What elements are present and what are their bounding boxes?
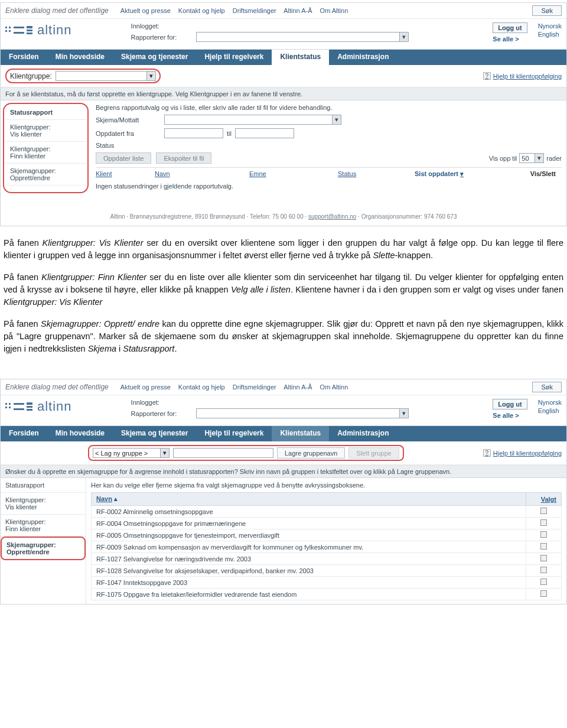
lang-english[interactable]: English: [538, 31, 559, 38]
logged-in-label: Innlogget:: [131, 22, 196, 30]
chevron-down-icon: ▾: [535, 154, 543, 162]
footer: Altinn · Brønnøysundregistrene, 8910 Brø…: [1, 196, 566, 226]
lang-switch-2: Nynorsk English: [538, 399, 562, 415]
to-input[interactable]: [235, 128, 294, 138]
content-intro: Begrens rapportutvalg og vis i liste, el…: [96, 104, 562, 111]
tab2-forsiden[interactable]: Forsiden: [1, 426, 47, 441]
tab-klientstatus[interactable]: Klientstatus: [272, 50, 329, 65]
rows-prefix: Vis opp til: [489, 155, 517, 162]
logout-button[interactable]: Logg ut: [493, 22, 527, 33]
svg-rect-3: [9, 30, 11, 32]
nav2-atoa[interactable]: Altinn A-Å: [284, 384, 312, 391]
oppdatert-label: Oppdatert fra: [96, 130, 161, 137]
svg-rect-16: [27, 406, 32, 408]
empty-msg: Ingen statusendringer i gjeldende rappor…: [96, 180, 562, 192]
update-list-button[interactable]: Oppdater liste: [96, 152, 151, 164]
reporting-select[interactable]: ▾: [196, 32, 409, 42]
checkbox[interactable]: [540, 578, 547, 585]
sort-indicator-icon: ▾: [460, 170, 464, 177]
tab2-admin[interactable]: Administrasjon: [329, 426, 397, 441]
nav2-aktuelt[interactable]: Aktuelt og presse: [120, 384, 171, 391]
lang-nynorsk[interactable]: Nynorsk: [538, 22, 562, 30]
col-sist[interactable]: Sist oppdatert ▾: [415, 170, 497, 178]
tab2-klientstatus[interactable]: Klientstatus: [272, 426, 329, 441]
top-nav: Aktuelt og presse Kontakt og hjelp Drift…: [120, 7, 354, 14]
side2-klientgrupper-1[interactable]: Klientgrupper: Vis klienter: [1, 493, 86, 515]
footer-mail[interactable]: support@altinn.no: [308, 213, 356, 220]
svg-rect-2: [5, 30, 7, 32]
svg-rect-0: [5, 27, 7, 28]
lang-nynorsk-2[interactable]: Nynorsk: [538, 399, 562, 406]
highlight-newgroup: < Lag ny gruppe >▾ Lagre gruppenavn Slet…: [88, 445, 404, 461]
checkbox[interactable]: [540, 555, 547, 561]
lang-english-2[interactable]: English: [538, 407, 559, 414]
newgroup-select[interactable]: < Lag ny gruppe >▾: [93, 448, 170, 458]
see-all-link[interactable]: Se alle >: [493, 35, 519, 43]
tab-admin[interactable]: Administrasjon: [329, 50, 397, 65]
search-button-2[interactable]: Søk: [532, 382, 562, 392]
side-klientgrupper-2[interactable]: Klientgrupper: Finn klienter: [5, 142, 86, 164]
top-bar: Enklere dialog med det offentlige Aktuel…: [1, 3, 566, 19]
tab2-hjelp[interactable]: Hjelp til regelverk: [196, 426, 272, 441]
tab2-minhovedside[interactable]: Min hovedside: [47, 426, 113, 441]
reporting-label: Rapporterer for:: [131, 34, 196, 41]
side-skjemagrupper[interactable]: Skjemagrupper: Opprett/endre: [5, 164, 86, 186]
delete-group-button[interactable]: Slett gruppe: [348, 447, 399, 459]
side2-skjemagrupper-highlighted[interactable]: Skjemagrupper: Opprett/endre: [1, 537, 86, 560]
export-button[interactable]: Ekspoiter til fil: [156, 152, 211, 164]
svg-rect-15: [27, 402, 32, 405]
sub-bar-2: < Lag ny gruppe >▾ Lagre gruppenavn Slet…: [1, 441, 566, 465]
row-skjema: Skjema/Mottatt ▾: [96, 115, 562, 125]
col-status[interactable]: Status: [338, 170, 415, 178]
see-all-link-2[interactable]: Se alle >: [493, 412, 519, 419]
nav2-drift[interactable]: Driftsmeldinger: [233, 384, 276, 391]
tab2-skjema[interactable]: Skjema og tjenester: [113, 426, 196, 441]
help-link-2[interactable]: ? Hjelp til klientoppfølging: [483, 449, 562, 457]
logout-button-2[interactable]: Logg ut: [493, 399, 527, 410]
col-navn[interactable]: Navn ▴: [92, 493, 526, 506]
group-name-input[interactable]: [173, 448, 273, 458]
tab-forsiden[interactable]: Forsiden: [1, 50, 47, 65]
checkbox[interactable]: [540, 531, 547, 538]
checkbox[interactable]: [540, 590, 547, 597]
tab-minhovedside[interactable]: Min hovedside: [47, 50, 113, 65]
search-button[interactable]: Søk: [532, 5, 562, 16]
checkbox[interactable]: [540, 567, 547, 573]
screenshot-1: Enklere dialog med det offentlige Aktuel…: [0, 2, 567, 226]
checkbox[interactable]: [540, 508, 547, 514]
col-emne[interactable]: Emne: [249, 170, 338, 178]
side2-statusrapport[interactable]: Statusrapport: [1, 478, 86, 493]
table-row: RF-0009 Søknad om kompensasjon av merver…: [92, 541, 562, 553]
help-icon: ?: [483, 449, 491, 457]
svg-rect-13: [14, 403, 24, 405]
row-buttons: Oppdater liste Ekspoiter til fil Vis opp…: [96, 152, 562, 164]
reporting-select-2[interactable]: ▾: [196, 408, 409, 418]
from-input[interactable]: [164, 128, 223, 138]
side-klientgrupper-1[interactable]: Klientgrupper: Vis klienter: [5, 120, 86, 142]
side2-klientgrupper-2[interactable]: Klientgrupper: Finn klienter: [1, 515, 86, 537]
nav-kontakt[interactable]: Kontakt og hjelp: [178, 7, 225, 14]
checkbox[interactable]: [540, 543, 547, 550]
save-group-button[interactable]: Lagre gruppenavn: [277, 447, 345, 459]
nav-om[interactable]: Om Altinn: [320, 7, 348, 14]
nav-atoa[interactable]: Altinn A-Å: [284, 7, 312, 14]
help-link[interactable]: ? Hjelp til klientoppfølging: [483, 72, 562, 80]
rows-select[interactable]: 50▾: [519, 153, 544, 163]
tab-hjelp[interactable]: Hjelp til regelverk: [196, 50, 272, 65]
nav2-kontakt[interactable]: Kontakt og hjelp: [178, 384, 225, 391]
side-statusrapport[interactable]: Statusrapport: [5, 105, 86, 120]
nav2-om[interactable]: Om Altinn: [320, 384, 348, 391]
svg-rect-10: [9, 403, 11, 405]
nav-aktuelt[interactable]: Aktuelt og presse: [120, 7, 171, 14]
chevron-down-icon: ▾: [146, 72, 155, 80]
checkbox[interactable]: [540, 519, 547, 526]
col-navn[interactable]: Navn: [155, 170, 249, 178]
nav-drift[interactable]: Driftsmeldinger: [233, 7, 276, 14]
skjema-select[interactable]: ▾: [164, 115, 341, 125]
col-klient[interactable]: Klient: [96, 170, 155, 178]
tab-skjema[interactable]: Skjema og tjenester: [113, 50, 196, 65]
logged-in-label-2: Innlogget:: [131, 399, 196, 406]
klientgruppe-select[interactable]: ▾: [56, 71, 156, 81]
doc-p2: På fanen Klientgrupper: Finn Klienter se…: [4, 271, 563, 308]
col-valgt[interactable]: Valgt: [526, 493, 562, 506]
